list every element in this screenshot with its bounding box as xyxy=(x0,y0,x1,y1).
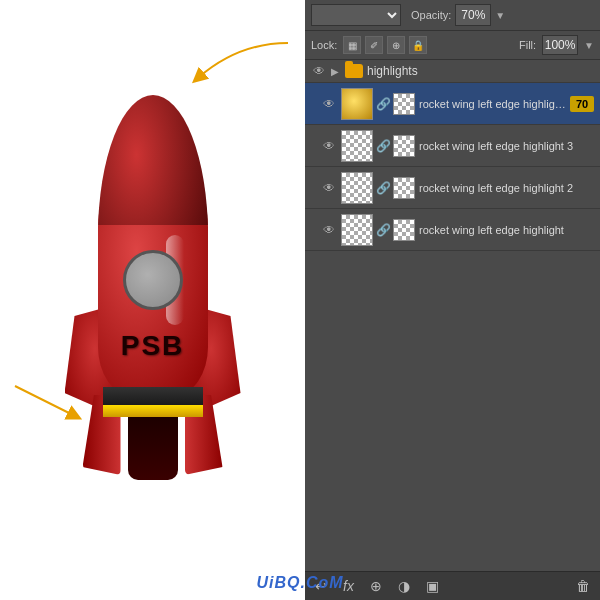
layer-thumbnail xyxy=(341,172,373,204)
layer-eye-icon[interactable]: 👁 xyxy=(321,180,337,196)
layer-thumbnail xyxy=(341,130,373,162)
group-highlights[interactable]: 👁 ▶ highlights xyxy=(305,60,600,83)
rocket-body-text: PSB xyxy=(121,330,185,362)
layer-row[interactable]: 👁🔗rocket wing left edge highlight 3 xyxy=(305,125,600,167)
fill-dropdown-icon[interactable]: ▼ xyxy=(584,40,594,51)
rocket-nose xyxy=(98,95,208,225)
canvas-area: PSB xyxy=(0,0,305,600)
layer-mask-thumbnail xyxy=(393,219,415,241)
layer-list: 👁🔗rocket wing left edge highlight spot70… xyxy=(305,83,600,251)
layer-row[interactable]: 👁🔗rocket wing left edge highlight spot70 xyxy=(305,83,600,125)
layer-row[interactable]: 👁🔗rocket wing left edge highlight xyxy=(305,209,600,251)
opacity-input[interactable] xyxy=(455,4,491,26)
watermark: UiBQ.CoM xyxy=(0,574,600,592)
layer-mask-thumbnail xyxy=(393,135,415,157)
rocket-illustration: PSB xyxy=(53,95,253,535)
lock-pixels-icon[interactable]: ▦ xyxy=(343,36,361,54)
lock-label: Lock: xyxy=(311,39,337,51)
lock-all-icon[interactable]: 🔒 xyxy=(409,36,427,54)
layer-eye-icon[interactable]: 👁 xyxy=(321,222,337,238)
rocket-fin-center xyxy=(128,410,178,480)
lock-fill-bar: Lock: ▦ ✐ ⊕ 🔒 Fill: ▼ xyxy=(305,31,600,60)
arrow-annotation-bottom xyxy=(10,381,100,435)
opacity-dropdown-icon[interactable]: ▼ xyxy=(495,10,505,21)
layer-chain-icon: 🔗 xyxy=(377,93,389,115)
rocket-exhaust-band xyxy=(103,387,203,405)
group-name-label: highlights xyxy=(367,64,594,78)
group-expand-icon[interactable]: ▶ xyxy=(331,66,341,76)
layer-chain-icon: 🔗 xyxy=(377,219,389,241)
arrow-svg-top xyxy=(178,38,298,98)
layer-name-label: rocket wing left edge highlight 2 xyxy=(419,182,594,194)
arrow-svg-bottom xyxy=(10,381,100,431)
layer-mask-thumbnail xyxy=(393,177,415,199)
rocket-window xyxy=(123,250,183,310)
layer-eye-icon[interactable]: 👁 xyxy=(321,96,337,112)
layers-panel: Normal Opacity: ▼ Lock: ▦ ✐ ⊕ 🔒 Fill: ▼ … xyxy=(305,0,600,600)
layer-thumbnail xyxy=(341,214,373,246)
lock-move-icon[interactable]: ⊕ xyxy=(387,36,405,54)
group-eye-icon[interactable]: 👁 xyxy=(311,63,327,79)
group-folder-icon xyxy=(345,64,363,78)
layer-opacity-badge: 70 xyxy=(570,96,594,112)
layer-eye-icon[interactable]: 👁 xyxy=(321,138,337,154)
fill-input[interactable] xyxy=(542,35,578,55)
opacity-label: Opacity: xyxy=(411,9,451,21)
layer-mask-thumbnail xyxy=(393,93,415,115)
layer-name-label: rocket wing left edge highlight xyxy=(419,224,594,236)
layer-chain-icon: 🔗 xyxy=(377,135,389,157)
layer-row[interactable]: 👁🔗rocket wing left edge highlight 2 xyxy=(305,167,600,209)
fill-label: Fill: xyxy=(519,39,536,51)
rocket-yellow-stripe xyxy=(103,405,203,417)
layer-chain-icon: 🔗 xyxy=(377,177,389,199)
layer-thumbnail xyxy=(341,88,373,120)
arrow-annotation-top xyxy=(178,38,298,102)
layer-name-label: rocket wing left edge highlight spot xyxy=(419,98,566,110)
lock-position-icon[interactable]: ✐ xyxy=(365,36,383,54)
lock-icons-group: ▦ ✐ ⊕ 🔒 xyxy=(343,36,427,54)
blend-opacity-bar: Normal Opacity: ▼ xyxy=(305,0,600,31)
blend-mode-select[interactable]: Normal xyxy=(311,4,401,26)
layer-name-label: rocket wing left edge highlight 3 xyxy=(419,140,594,152)
